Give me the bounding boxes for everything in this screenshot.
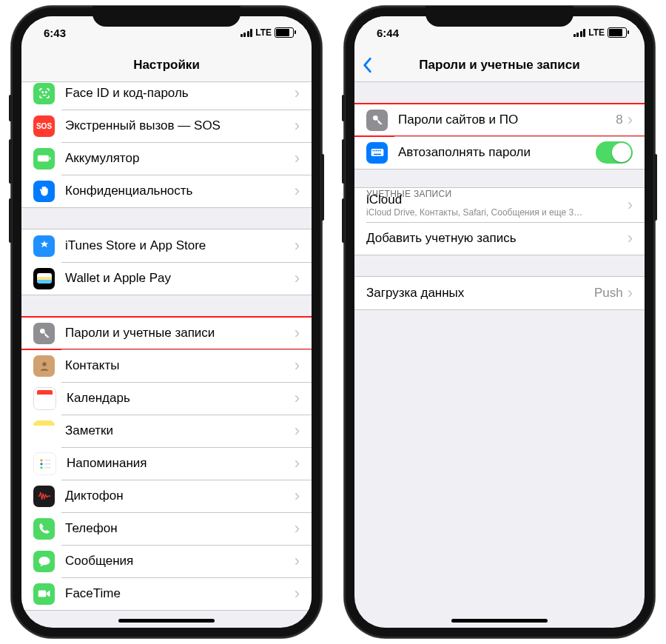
row-reminders[interactable]: Напоминания › — [21, 447, 312, 480]
chevron-right-icon: › — [295, 390, 300, 406]
svg-point-7 — [40, 463, 42, 465]
row-sos[interactable]: SOS Экстренный вызов — SOS › — [21, 110, 312, 142]
chevron-right-icon: › — [295, 455, 300, 472]
row-label: iTunes Store и App Store — [65, 238, 295, 253]
row-battery[interactable]: Аккумулятор › — [21, 142, 312, 175]
row-label: Wallet и Apple Pay — [65, 271, 295, 286]
reminders-icon — [33, 452, 56, 475]
key-icon — [33, 323, 55, 344]
chevron-right-icon: › — [295, 325, 300, 341]
network-label: LTE — [255, 27, 272, 38]
nav-bar: Настройки — [21, 49, 312, 82]
row-passwords-accounts[interactable]: Пароли и учетные записи › — [21, 317, 312, 349]
chevron-right-icon: › — [295, 270, 300, 286]
row-voice[interactable]: Диктофон › — [21, 480, 312, 512]
row-add-account[interactable]: Добавить учетную запись › — [354, 222, 645, 255]
home-indicator[interactable] — [451, 619, 548, 623]
phone-right: 6:44 LTE Пароли и учетные записи Пароли … — [344, 6, 655, 638]
keyboard-icon — [366, 142, 388, 164]
svg-rect-17 — [376, 150, 377, 152]
row-label: Автозаполнять пароли — [398, 145, 596, 160]
svg-point-8 — [40, 466, 42, 469]
hand-icon — [33, 181, 55, 202]
message-icon — [33, 551, 55, 572]
row-icloud-account[interactable]: iCloud iCloud Drive, Контакты, Safari, С… — [354, 188, 645, 222]
row-calendar[interactable]: Календарь › — [21, 382, 312, 415]
svg-rect-18 — [377, 150, 379, 152]
svg-point-5 — [42, 362, 46, 366]
chevron-right-icon: › — [295, 586, 300, 602]
row-phone[interactable]: Телефон › — [21, 512, 312, 545]
chevron-right-icon: › — [628, 197, 633, 213]
chevron-right-icon: › — [295, 183, 300, 199]
row-label: Заметки — [65, 423, 295, 438]
settings-list[interactable]: Face ID и код-пароль › SOS Экстренный вы… — [21, 82, 312, 628]
row-label: Загрузка данных — [366, 286, 594, 301]
svg-point-1 — [45, 92, 47, 93]
wallet-icon — [33, 268, 55, 289]
svg-rect-2 — [37, 155, 48, 161]
row-label: FaceTime — [65, 586, 295, 601]
chevron-left-icon — [362, 57, 372, 73]
home-indicator[interactable] — [118, 619, 215, 623]
row-label: iCloud — [366, 192, 628, 207]
chevron-right-icon: › — [295, 488, 300, 504]
chevron-right-icon: › — [295, 423, 300, 439]
row-label: Экстренный вызов — SOS — [65, 118, 295, 133]
row-website-passwords[interactable]: Пароли сайтов и ПО 8 › — [354, 104, 645, 136]
nav-bar: Пароли и учетные записи — [354, 49, 645, 82]
phone-left: 6:43 LTE Настройки Face ID и код-пароль … — [11, 6, 322, 638]
row-appstore[interactable]: iTunes Store и App Store › — [21, 229, 312, 262]
row-contacts[interactable]: Контакты › — [21, 349, 312, 382]
chevron-right-icon: › — [295, 358, 300, 374]
faceid-icon — [33, 83, 55, 104]
battery-icon — [608, 27, 627, 38]
row-count: 8 — [616, 113, 622, 127]
row-label: Аккумулятор — [65, 151, 295, 166]
row-notes[interactable]: Заметки › — [21, 415, 312, 447]
chevron-right-icon: › — [295, 238, 300, 254]
network-label: LTE — [588, 27, 605, 38]
chevron-right-icon: › — [295, 85, 300, 101]
svg-rect-12 — [38, 591, 46, 597]
key-icon — [366, 110, 388, 131]
chevron-right-icon: › — [295, 520, 300, 537]
row-wallet[interactable]: Wallet и Apple Pay › — [21, 262, 312, 295]
back-button[interactable] — [362, 49, 372, 81]
passwords-accounts-list[interactable]: Пароли сайтов и ПО 8 › Автозаполнять пар… — [354, 82, 645, 628]
row-label: Пароли сайтов и ПО — [398, 113, 616, 127]
row-privacy[interactable]: Конфиденциальность › — [21, 175, 312, 207]
svg-rect-3 — [49, 157, 50, 159]
row-label: Календарь — [67, 391, 295, 406]
row-label: Диктофон — [65, 489, 295, 503]
svg-point-6 — [40, 459, 42, 461]
row-autofill-passwords[interactable]: Автозаполнять пароли — [354, 136, 645, 169]
chevron-right-icon: › — [628, 230, 633, 246]
autofill-toggle[interactable] — [596, 141, 633, 164]
page-title: Пароли и учетные записи — [419, 58, 579, 73]
page-title: Настройки — [133, 58, 200, 73]
row-label: Конфиденциальность — [65, 184, 295, 198]
row-fetch-data[interactable]: Загрузка данных Push › — [354, 277, 645, 309]
svg-rect-15 — [372, 150, 374, 152]
status-time: 6:44 — [377, 27, 399, 39]
svg-rect-14 — [371, 149, 383, 156]
row-faceid[interactable]: Face ID и код-пароль › — [21, 82, 312, 110]
notes-icon — [33, 420, 55, 442]
row-label: Сообщения — [65, 554, 295, 568]
svg-rect-20 — [374, 154, 381, 155]
row-label: Face ID и код-пароль — [65, 86, 295, 101]
appstore-icon — [33, 235, 55, 257]
row-label: Напоминания — [67, 456, 295, 471]
waveform-icon — [33, 486, 55, 507]
calendar-icon — [33, 387, 56, 410]
video-icon — [33, 583, 55, 605]
row-label: Телефон — [65, 521, 295, 536]
row-label: Пароли и учетные записи — [65, 326, 295, 341]
row-label: Добавить учетную запись — [366, 231, 628, 246]
signal-icon — [574, 29, 586, 37]
row-messages[interactable]: Сообщения › — [21, 545, 312, 577]
row-facetime[interactable]: FaceTime › — [21, 577, 312, 610]
row-label: Контакты — [65, 358, 295, 373]
sos-icon: SOS — [33, 115, 55, 137]
